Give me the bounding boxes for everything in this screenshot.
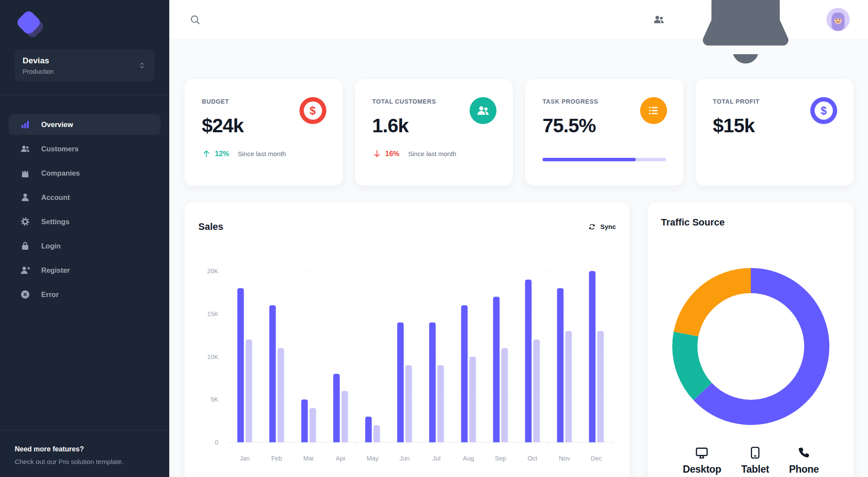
- dollar-icon: $: [299, 97, 326, 124]
- footer-title: Need more features?: [15, 445, 155, 453]
- chart-bar-icon: [20, 119, 30, 130]
- stat-card-total-customers: TOTAL CUSTOMERS1.6k16%Since last month: [355, 78, 514, 186]
- donut-chart-svg: [671, 266, 831, 427]
- dollar-icon: $: [810, 97, 837, 124]
- unfold-icon: [137, 61, 147, 70]
- list-bullet-icon: [640, 97, 667, 124]
- y-axis-tick: 10K: [207, 353, 218, 360]
- sidebar-item-error[interactable]: Error: [9, 284, 161, 305]
- sales-bar-chart: 20K15K10K5K0JanFebMarAprMayJunJulAugSepO…: [198, 236, 617, 477]
- sidebar-item-customers[interactable]: Customers: [9, 138, 161, 159]
- x-axis-month-label: Mar: [303, 455, 314, 462]
- sidebar-item-login[interactable]: Login: [9, 235, 161, 256]
- y-axis-tick: 15K: [207, 310, 218, 317]
- task-progress-fill: [542, 158, 636, 161]
- sales-bar: [437, 365, 444, 442]
- sidebar-item-register[interactable]: Register: [9, 260, 161, 281]
- workspace-selector[interactable]: Devias Production: [15, 49, 155, 82]
- sidebar-item-overview[interactable]: Overview: [9, 114, 161, 135]
- sales-bar: [278, 348, 284, 442]
- x-axis-month-label: Jun: [399, 455, 409, 462]
- x-axis-month-label: Oct: [528, 455, 538, 462]
- sales-bar: [493, 297, 500, 442]
- trend-percent: 12%: [215, 150, 229, 158]
- sales-bar: [301, 399, 308, 442]
- legend-item-desktop: Desktop: [683, 446, 721, 475]
- sales-bar: [589, 271, 595, 442]
- trend-percent: 16%: [385, 150, 400, 158]
- sales-bar: [461, 305, 468, 442]
- shopping-bag-icon: [20, 168, 30, 178]
- arrow-down-icon: [372, 149, 381, 158]
- sales-bar: [501, 348, 508, 442]
- sales-card: Sales Sync 20K15K10K5K0JanFebMarAprMayJu…: [184, 202, 630, 477]
- sync-icon: [588, 222, 596, 231]
- sales-bar: [246, 340, 252, 442]
- avatar-illustration: [826, 8, 850, 31]
- sidebar-item-label: Account: [41, 193, 70, 202]
- y-axis-tick: 0: [215, 439, 218, 446]
- sidebar-nav: OverviewCustomersCompaniesAccountSetting…: [0, 95, 169, 430]
- users-icon: [470, 97, 496, 124]
- workspace-name: Devias: [23, 56, 137, 65]
- sync-button[interactable]: Sync: [588, 222, 616, 231]
- sales-bar: [597, 331, 604, 442]
- stat-card-task-progress: TASK PROGRESS75.5%: [525, 78, 684, 186]
- sidebar-item-label: Settings: [41, 218, 69, 226]
- legend-item-tablet: Tablet: [741, 446, 769, 475]
- y-axis-tick: 20K: [207, 268, 218, 274]
- x-axis-month-label: Jul: [433, 455, 441, 462]
- x-axis-month-label: Dec: [591, 455, 602, 462]
- trend-row: 16%Since last month: [372, 149, 496, 158]
- users-icon: [20, 144, 30, 154]
- sales-bar: [525, 280, 532, 442]
- x-axis-month-label: Feb: [271, 455, 282, 462]
- desktop-icon: [695, 446, 709, 460]
- search-icon[interactable]: [189, 14, 201, 26]
- traffic-title: Traffic Source: [661, 217, 841, 228]
- sidebar-footer: Need more features? Check out our Pro so…: [0, 430, 169, 477]
- contacts-icon[interactable]: [653, 13, 665, 26]
- sales-bar: [270, 305, 276, 442]
- sales-bar: [533, 340, 540, 442]
- sidebar-item-companies[interactable]: Companies: [9, 163, 161, 183]
- trend-caption: Since last month: [408, 150, 457, 157]
- sales-bar: [333, 374, 340, 442]
- sidebar-item-account[interactable]: Account: [9, 187, 161, 208]
- stats-row: BUDGET$24k$12%Since last monthTOTAL CUST…: [184, 78, 854, 186]
- y-axis-tick: 5K: [210, 396, 218, 403]
- sidebar-item-label: Register: [41, 266, 70, 274]
- dashboard-content: BUDGET$24k$12%Since last monthTOTAL CUST…: [169, 39, 868, 477]
- notifications-button[interactable]: [681, 0, 811, 85]
- topbar: [169, 0, 868, 39]
- workspace-environment: Production: [23, 68, 137, 75]
- dollar-glyph: $: [304, 101, 322, 120]
- sidebar-item-settings[interactable]: Settings: [9, 211, 161, 232]
- sales-bar: [309, 408, 316, 442]
- trend-caption: Since last month: [238, 150, 286, 157]
- sales-bar: [342, 391, 348, 443]
- sidebar-item-label: Customers: [41, 145, 79, 153]
- sales-bar: [365, 417, 372, 442]
- sidebar-item-label: Error: [41, 291, 59, 299]
- trend-row: 12%Since last month: [202, 149, 326, 158]
- stat-card-total-profit: TOTAL PROFIT$15k$: [695, 78, 855, 186]
- sync-label: Sync: [600, 223, 616, 230]
- legend-item-phone: Phone: [789, 446, 819, 475]
- sidebar-item-label: Overview: [41, 121, 73, 129]
- gear-icon: [20, 216, 30, 227]
- dollar-glyph: $: [815, 101, 833, 120]
- avatar[interactable]: [826, 8, 850, 31]
- lock-icon: [20, 241, 30, 251]
- sidebar: Devias Production OverviewCustomersCompa…: [0, 0, 169, 477]
- traffic-source-card: Traffic Source DesktopTabletPhone: [648, 202, 854, 477]
- x-circle-icon: [20, 289, 30, 300]
- sales-title: Sales: [198, 221, 224, 232]
- charts-row: Sales Sync 20K15K10K5K0JanFebMarAprMayJu…: [184, 202, 854, 477]
- x-axis-month-label: Jan: [240, 455, 250, 462]
- sales-bar: [405, 365, 412, 442]
- sidebar-item-label: Companies: [41, 169, 80, 177]
- x-axis-month-label: Sep: [495, 455, 506, 462]
- devias-logo: [17, 11, 48, 40]
- x-axis-month-label: Nov: [559, 455, 571, 462]
